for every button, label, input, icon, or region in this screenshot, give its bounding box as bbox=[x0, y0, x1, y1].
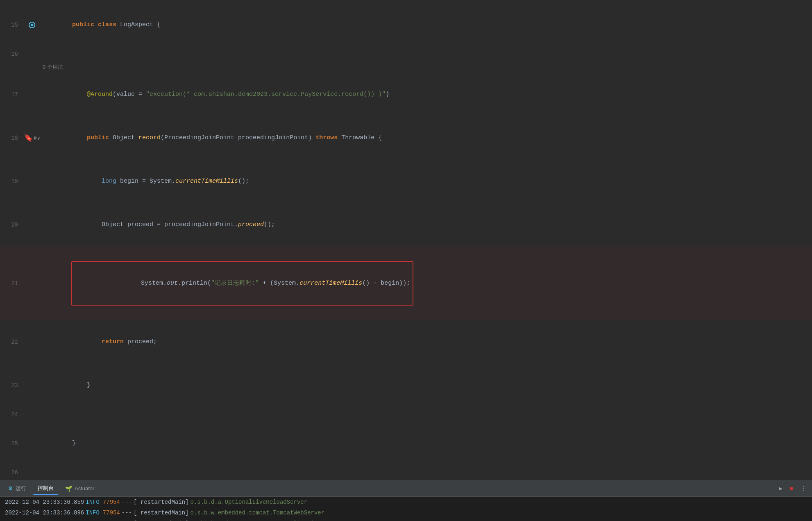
line-number: 16 bbox=[0, 51, 25, 57]
line-content: @Around(value = "execution(* com.shishan… bbox=[39, 74, 812, 116]
line-number: 22 bbox=[0, 339, 25, 345]
code-line-18: 18 🔖 @ ∨ public Object record(Proceeding… bbox=[0, 116, 812, 160]
code-line-21: 21 System.out.println("记录日志耗时:" + (Syste… bbox=[0, 247, 812, 320]
usage-hint: 0 个用法 bbox=[39, 62, 812, 72]
code-line-24: 24 bbox=[0, 407, 812, 422]
log-pid: 77954 bbox=[103, 499, 120, 505]
play-button[interactable]: ▶ bbox=[776, 484, 785, 493]
line-number: 20 bbox=[0, 222, 25, 228]
code-line-25: 25 } bbox=[0, 422, 812, 465]
code-line-26: 26 bbox=[0, 465, 812, 480]
code-line-20: 20 Object proceed = proceedingJoinPoint.… bbox=[0, 203, 812, 247]
log-logger: o.s.b.d.a.OptionalLiveReloadServer bbox=[191, 499, 308, 505]
log-thread: [ restartedMain] bbox=[134, 499, 188, 505]
line-number: 21 bbox=[0, 280, 25, 287]
tab-actuator[interactable]: 🌱 Actuator bbox=[60, 482, 99, 495]
line-gutter-18: 🔖 @ ∨ bbox=[25, 134, 39, 142]
line-content: Object proceed = proceedingJoinPoint.pro… bbox=[39, 204, 812, 246]
console-area: 2022-12-04 23:33:36.859 INFO 77954 --- [… bbox=[0, 497, 812, 521]
line-content: public Object record(ProceedingJoinPoint… bbox=[39, 117, 812, 159]
tab-console-label: 控制台 bbox=[38, 485, 54, 492]
line-number: 23 bbox=[0, 382, 25, 389]
line-content: System.out.println("记录日志耗时:" + (System.c… bbox=[39, 247, 812, 319]
line-content: public class LogAspect { bbox=[39, 4, 812, 46]
panel-toolbar: ▶ ■ ⋮ bbox=[776, 484, 809, 493]
code-line-23: 23 } bbox=[0, 364, 812, 407]
code-line-19: 19 long begin = System.currentTimeMillis… bbox=[0, 160, 812, 203]
log-date: 2022-12-04 23:33:36.896 bbox=[5, 510, 84, 516]
line-number: 25 bbox=[0, 440, 25, 447]
line-content: return proceed; bbox=[39, 321, 812, 363]
line-number: 24 bbox=[0, 411, 25, 418]
code-line-22: 22 return proceed; bbox=[0, 320, 812, 364]
log-level: INFO bbox=[86, 499, 100, 505]
log-pid: 77954 bbox=[103, 510, 120, 516]
line-number: 17 bbox=[0, 91, 25, 98]
code-editor: 15 public class LogAspect { 16 0 个用法 17 bbox=[0, 0, 812, 480]
log-line-1: 2022-12-04 23:33:36.859 INFO 77954 --- [… bbox=[0, 498, 812, 509]
bottom-panel: ⚙ 运行 控制台 🌱 Actuator ▶ ■ ⋮ 2022-12-04 23:… bbox=[0, 480, 812, 521]
code-line-15: 15 public class LogAspect { bbox=[0, 3, 812, 47]
bookmark-icon: 🔖 bbox=[24, 134, 33, 142]
run-icon: ⚙ bbox=[8, 485, 13, 492]
usage-hint-line: 0 个用法 bbox=[0, 61, 812, 73]
code-line-17: 17 @Around(value = "execution(* com.shis… bbox=[0, 73, 812, 116]
at-symbol: @ bbox=[34, 136, 36, 140]
code-line-16: 16 bbox=[0, 47, 812, 61]
log-logger: o.s.b.w.embedded.tomcat.TomcatWebServer bbox=[191, 510, 325, 516]
tab-actuator-label: Actuator bbox=[75, 485, 94, 492]
line-gutter bbox=[25, 22, 39, 28]
line-number: 26 bbox=[0, 469, 25, 476]
more-button[interactable]: ⋮ bbox=[798, 484, 809, 493]
line-content: } bbox=[39, 423, 812, 464]
log-sep: --- bbox=[122, 510, 132, 516]
line-content: } bbox=[39, 365, 812, 406]
log-level: INFO bbox=[86, 510, 100, 516]
line-number: 18 bbox=[0, 135, 25, 141]
line-number: 19 bbox=[0, 178, 25, 185]
log-line-2: 2022-12-04 23:33:36.896 INFO 77954 --- [… bbox=[0, 509, 812, 520]
log-sep: --- bbox=[122, 499, 132, 505]
stop-button[interactable]: ■ bbox=[787, 485, 796, 493]
tab-run-label: 运行 bbox=[16, 485, 26, 492]
tab-run[interactable]: ⚙ 运行 bbox=[3, 482, 31, 495]
log-thread: [ restartedMain] bbox=[134, 510, 188, 516]
actuator-icon: 🌱 bbox=[65, 485, 72, 492]
log-date: 2022-12-04 23:33:36.859 bbox=[5, 499, 84, 505]
line-number: 15 bbox=[0, 22, 25, 28]
panel-tabs: ⚙ 运行 控制台 🌱 Actuator ▶ ■ ⋮ bbox=[0, 480, 812, 497]
line-content: long begin = System.currentTimeMillis(); bbox=[39, 161, 812, 202]
tab-console[interactable]: 控制台 bbox=[33, 482, 59, 495]
